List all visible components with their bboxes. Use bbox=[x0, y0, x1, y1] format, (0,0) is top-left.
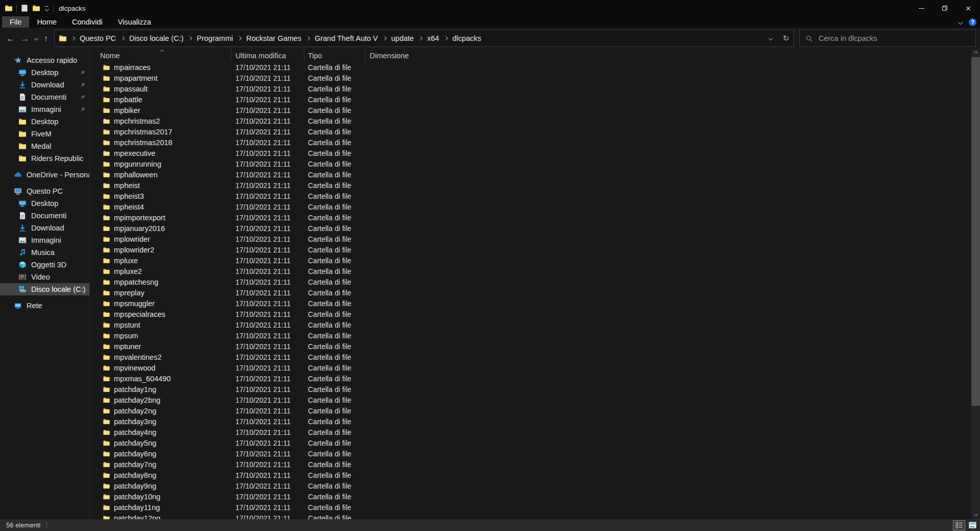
sidebar-item-desktop[interactable]: Desktop bbox=[0, 197, 89, 210]
breadcrumb-chevron-icon[interactable] bbox=[121, 36, 125, 40]
file-row[interactable]: mpvalentines217/10/2021 21:11Cartella di… bbox=[90, 352, 971, 362]
sidebar-item-accesso-rapido[interactable]: Accesso rapido bbox=[0, 54, 89, 66]
file-row[interactable]: patchday10ng17/10/2021 21:11Cartella di … bbox=[90, 491, 971, 502]
column-header-dimensione[interactable]: Dimensione bbox=[366, 49, 404, 62]
file-row[interactable]: mpluxe217/10/2021 21:11Cartella di file bbox=[90, 266, 971, 276]
breadcrumb-item[interactable]: Programmi bbox=[195, 34, 234, 42]
breadcrumb-chevron-icon[interactable] bbox=[306, 36, 310, 40]
file-row[interactable]: mpchristmas217/10/2021 21:11Cartella di … bbox=[90, 116, 971, 126]
search-input[interactable] bbox=[818, 34, 958, 43]
file-row[interactable]: patchday11ng17/10/2021 21:11Cartella di … bbox=[90, 502, 971, 513]
breadcrumb-chevron-icon[interactable] bbox=[418, 36, 422, 40]
file-row[interactable]: patchday9ng17/10/2021 21:11Cartella di f… bbox=[90, 480, 971, 491]
sidebar-item-riders-republic[interactable]: Riders Republic bbox=[0, 152, 89, 165]
file-row[interactable]: mpjanuary201617/10/2021 21:11Cartella di… bbox=[90, 223, 971, 234]
details-view-button[interactable] bbox=[953, 520, 965, 530]
file-row[interactable]: mpchristmas201817/10/2021 21:11Cartella … bbox=[90, 137, 971, 148]
address-dropdown-button[interactable] bbox=[763, 30, 778, 47]
file-row[interactable]: mpapartment17/10/2021 21:11Cartella di f… bbox=[90, 73, 971, 83]
customize-quick-access-dropdown-icon[interactable] bbox=[44, 5, 50, 12]
file-row[interactable]: patchday6ng17/10/2021 21:11Cartella di f… bbox=[90, 448, 971, 459]
ribbon-tab-file[interactable]: File bbox=[2, 16, 29, 28]
file-row[interactable]: mphalloween17/10/2021 21:11Cartella di f… bbox=[90, 169, 971, 180]
ribbon-tab-condividi[interactable]: Condividi bbox=[64, 16, 110, 28]
forward-icon[interactable]: → bbox=[20, 34, 29, 43]
recent-locations-chevron-icon[interactable] bbox=[34, 36, 38, 40]
breadcrumb-chevron-icon[interactable] bbox=[188, 36, 192, 40]
file-row[interactable]: mplowrider217/10/2021 21:11Cartella di f… bbox=[90, 244, 971, 255]
file-row[interactable]: mpexecutive17/10/2021 21:11Cartella di f… bbox=[90, 148, 971, 158]
sidebar-item-onedrive-personal[interactable]: OneDrive - Personal bbox=[0, 169, 89, 181]
sidebar-item-video[interactable]: Video bbox=[0, 271, 89, 283]
breadcrumb-item[interactable]: Rockstar Games bbox=[245, 34, 303, 42]
file-row[interactable]: mpvinewood17/10/2021 21:11Cartella di fi… bbox=[90, 362, 971, 373]
refresh-button[interactable]: ↻ bbox=[778, 30, 794, 47]
file-row[interactable]: patchday8ng17/10/2021 21:11Cartella di f… bbox=[90, 470, 971, 480]
file-row[interactable]: mpsmuggler17/10/2021 21:11Cartella di fi… bbox=[90, 298, 971, 309]
sidebar-item-immagini[interactable]: Immagini bbox=[0, 103, 89, 116]
ribbon-tab-visualizza[interactable]: Visualizza bbox=[110, 16, 159, 28]
sidebar-item-disco-locale-c-[interactable]: Disco locale (C:) bbox=[0, 283, 89, 295]
breadcrumb-item[interactable]: Disco locale (C:) bbox=[128, 34, 185, 42]
file-row[interactable]: mpheist317/10/2021 21:11Cartella di file bbox=[90, 191, 971, 201]
file-row[interactable]: patchday3ng17/10/2021 21:11Cartella di f… bbox=[90, 416, 971, 427]
file-row[interactable]: mpheist17/10/2021 21:11Cartella di file bbox=[90, 180, 971, 191]
sidebar-item-desktop[interactable]: Desktop bbox=[0, 66, 89, 79]
sidebar-item-oggetti-3d[interactable]: Oggetti 3D bbox=[0, 259, 89, 271]
breadcrumb-item[interactable]: update bbox=[390, 34, 415, 42]
scroll-up-button[interactable] bbox=[971, 49, 980, 57]
sidebar-item-download[interactable]: Download bbox=[0, 222, 89, 234]
file-row[interactable]: patchday7ng17/10/2021 21:11Cartella di f… bbox=[90, 459, 971, 470]
sidebar-item-medal[interactable]: Medal bbox=[0, 140, 89, 152]
sidebar-item-immagini[interactable]: Immagini bbox=[0, 234, 89, 246]
properties-icon[interactable] bbox=[20, 4, 29, 12]
vertical-scrollbar[interactable] bbox=[971, 49, 980, 519]
file-row[interactable]: mpluxe17/10/2021 21:11Cartella di file bbox=[90, 255, 971, 266]
file-row[interactable]: mplowrider17/10/2021 21:11Cartella di fi… bbox=[90, 234, 971, 244]
file-row[interactable]: patchday12ng17/10/2021 21:11Cartella di … bbox=[90, 513, 971, 519]
file-row[interactable]: mpstunt17/10/2021 21:11Cartella di file bbox=[90, 319, 971, 330]
breadcrumb-item[interactable]: x64 bbox=[425, 34, 440, 42]
breadcrumb-chevron-icon[interactable] bbox=[444, 36, 448, 40]
file-row[interactable]: mpreplay17/10/2021 21:11Cartella di file bbox=[90, 287, 971, 298]
file-row[interactable]: mppatchesng17/10/2021 21:11Cartella di f… bbox=[90, 276, 971, 287]
breadcrumb-item[interactable]: Grand Theft Auto V bbox=[313, 34, 379, 42]
sidebar-item-questo-pc[interactable]: Questo PC bbox=[0, 185, 89, 197]
file-row[interactable]: mpchristmas201717/10/2021 21:11Cartella … bbox=[90, 126, 971, 137]
sidebar-item-download[interactable]: Download bbox=[0, 79, 89, 91]
breadcrumb-chevron-icon[interactable] bbox=[383, 36, 387, 40]
file-row[interactable]: mptuner17/10/2021 21:11Cartella di file bbox=[90, 341, 971, 352]
column-header-tipo[interactable]: Tipo bbox=[304, 49, 366, 62]
collapse-ribbon-chevron-icon[interactable] bbox=[958, 19, 963, 25]
new-folder-icon[interactable] bbox=[32, 4, 40, 12]
close-button[interactable]: × bbox=[957, 0, 980, 16]
address-bar[interactable]: Questo PCDisco locale (C:)ProgrammiRocks… bbox=[54, 30, 794, 47]
file-row[interactable]: patchday1ng17/10/2021 21:11Cartella di f… bbox=[90, 384, 971, 395]
file-row[interactable]: mpxmas_60449017/10/2021 21:11Cartella di… bbox=[90, 373, 971, 384]
restore-button[interactable] bbox=[933, 0, 957, 16]
thumbnail-view-button[interactable] bbox=[966, 520, 978, 530]
file-row[interactable]: mpspecialraces17/10/2021 21:11Cartella d… bbox=[90, 309, 971, 319]
file-row[interactable]: patchday5ng17/10/2021 21:11Cartella di f… bbox=[90, 437, 971, 448]
scrollbar-thumb[interactable] bbox=[971, 57, 980, 406]
sidebar-item-documenti[interactable]: Documenti bbox=[0, 210, 89, 222]
back-icon[interactable]: ← bbox=[6, 34, 15, 43]
file-row[interactable]: patchday2ng17/10/2021 21:11Cartella di f… bbox=[90, 405, 971, 416]
sidebar-item-rete[interactable]: Rete bbox=[0, 299, 89, 312]
column-header-nome[interactable]: Nome bbox=[90, 49, 231, 62]
column-header-ultima-modifica[interactable]: Ultima modifica bbox=[231, 49, 304, 62]
minimize-button[interactable] bbox=[910, 0, 933, 16]
sidebar-item-documenti[interactable]: Documenti bbox=[0, 91, 89, 103]
breadcrumb-chevron-icon[interactable] bbox=[237, 36, 242, 40]
file-row[interactable]: mpbattle17/10/2021 21:11Cartella di file bbox=[90, 94, 971, 105]
file-row[interactable]: mpassault17/10/2021 21:11Cartella di fil… bbox=[90, 83, 971, 94]
sidebar-item-fivem[interactable]: FiveM bbox=[0, 128, 89, 140]
sidebar-item-musica[interactable]: Musica bbox=[0, 246, 89, 259]
breadcrumb-chevron-icon[interactable] bbox=[71, 36, 75, 40]
scroll-down-button[interactable] bbox=[971, 510, 980, 518]
file-row[interactable]: patchday2bng17/10/2021 21:11Cartella di … bbox=[90, 395, 971, 405]
help-icon[interactable]: ? bbox=[969, 18, 976, 26]
ribbon-tab-home[interactable]: Home bbox=[29, 16, 64, 28]
file-row[interactable]: patchday4ng17/10/2021 21:11Cartella di f… bbox=[90, 427, 971, 437]
file-row[interactable]: mpgunrunning17/10/2021 21:11Cartella di … bbox=[90, 158, 971, 169]
